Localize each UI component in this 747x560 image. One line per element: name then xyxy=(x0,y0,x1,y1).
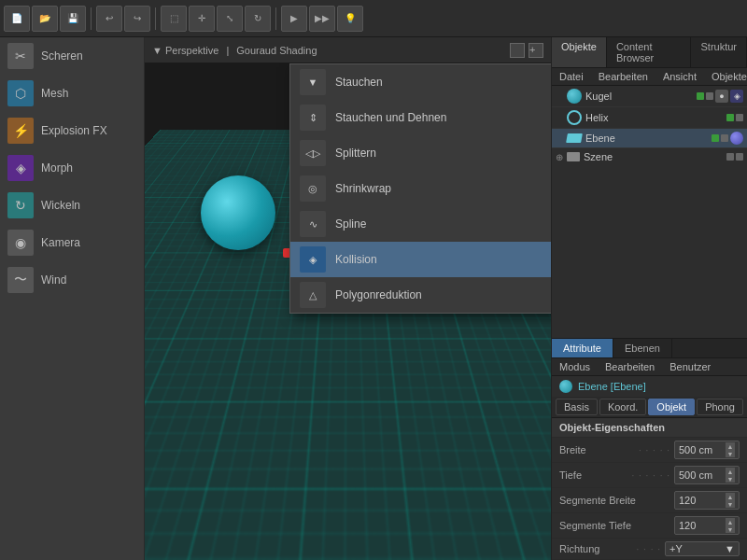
szene-icon xyxy=(567,152,580,161)
attr-value-seg-tiefe[interactable]: 120 ▲ ▼ xyxy=(674,516,740,535)
menu-datei[interactable]: Datei xyxy=(552,68,591,85)
obj-row-kugel[interactable]: Kugel ● ◈ xyxy=(552,86,747,107)
spinner-tiefe[interactable]: ▲ ▼ xyxy=(726,468,735,483)
sidebar-item-wind[interactable]: 〜 Wind xyxy=(0,261,144,299)
attr-row-seg-breite: Segmente Breite 120 ▲ ▼ xyxy=(552,488,747,513)
kugel-dot1 xyxy=(697,92,704,100)
morph-icon: ◈ xyxy=(7,155,34,181)
tb-render[interactable]: ▶ xyxy=(281,6,307,32)
attribute-subtabs: Basis Koord. Objekt Phong xyxy=(552,397,747,418)
ctx-label-spline: Spline xyxy=(335,217,366,231)
tb-save[interactable]: 💾 xyxy=(60,6,86,32)
ctx-spline[interactable]: ∿ Spline xyxy=(290,206,551,242)
sidebar-label-mesh: Mesh xyxy=(41,87,68,100)
splittern-icon: ◁▷ xyxy=(300,140,326,166)
helix-dot1 xyxy=(726,114,734,121)
spinner-down-breite[interactable]: ▼ xyxy=(726,450,735,457)
obj-row-helix[interactable]: Helix xyxy=(552,107,747,129)
left-sidebar: ✂ Scheren ⬡ Mesh ⚡ Explosion FX ◈ Morph … xyxy=(0,37,145,560)
polygonreduktion-icon: △ xyxy=(300,282,326,308)
ctx-label-shrinkwrap: Shrinkwrap xyxy=(335,182,391,195)
spinner-up-seg-breite[interactable]: ▲ xyxy=(726,493,735,500)
tab-objekte[interactable]: Objekte xyxy=(552,37,607,67)
sidebar-item-wickeln[interactable]: ↻ Wickeln xyxy=(0,187,144,224)
tab-struktur[interactable]: Struktur xyxy=(691,37,747,67)
sidebar-label-scheren: Scheren xyxy=(41,49,83,63)
ctx-polygonreduktion[interactable]: △ Polygonreduktion xyxy=(290,277,551,313)
ctx-shrinkwrap[interactable]: ◎ Shrinkwrap xyxy=(290,171,551,206)
spline-icon: ∿ xyxy=(300,211,326,237)
ctx-label-stauchen-dehnen: Stauchen und Dehnen xyxy=(335,111,446,124)
spinner-down-seg-tiefe[interactable]: ▼ xyxy=(726,525,735,533)
tb-move[interactable]: ✛ xyxy=(189,6,215,32)
tb-rotate[interactable]: ↻ xyxy=(245,6,271,32)
kugel-label: Kugel xyxy=(585,91,612,102)
ebene-dot2 xyxy=(721,134,728,142)
ctx-splittern[interactable]: ◁▷ Splittern xyxy=(290,135,551,171)
spinner-seg-breite[interactable]: ▲ ▼ xyxy=(726,493,735,508)
tb-renderall[interactable]: ▶▶ xyxy=(309,6,335,32)
toolbar: 📄 📂 💾 ↩ ↪ ⬚ ✛ ⤡ ↻ ▶ ▶▶ 💡 xyxy=(0,0,747,37)
viewport-btn2[interactable]: + xyxy=(529,43,543,58)
tb-scale[interactable]: ⤡ xyxy=(217,6,243,32)
menu-objekte[interactable]: Objekte xyxy=(704,68,747,85)
tab-attribute[interactable]: Attribute xyxy=(552,339,613,357)
spinner-up-seg-tiefe[interactable]: ▲ xyxy=(726,518,735,525)
attr-menu-modus[interactable]: Modus xyxy=(552,358,598,375)
viewport-cam: ▼ Perspektive xyxy=(152,45,218,56)
attr-dots-breite: · · · · · xyxy=(639,445,670,455)
attr-menu-benutzer[interactable]: Benutzer xyxy=(662,358,718,375)
ebene-status xyxy=(712,132,743,145)
attr-value-breite[interactable]: 500 cm ▲ ▼ xyxy=(674,441,740,459)
dropdown-arrow: ▼ xyxy=(725,543,735,554)
spinner-up-tiefe[interactable]: ▲ xyxy=(726,468,735,475)
subtab-phong[interactable]: Phong xyxy=(697,399,743,415)
menu-ansicht[interactable]: Ansicht xyxy=(655,68,704,85)
spinner-up-breite[interactable]: ▲ xyxy=(726,442,735,450)
attribute-tabs: Attribute Ebenen xyxy=(552,338,747,358)
obj-row-ebene[interactable]: Ebene xyxy=(552,129,747,148)
tb-select[interactable]: ⬚ xyxy=(161,6,187,32)
spinner-seg-tiefe[interactable]: ▲ ▼ xyxy=(726,518,735,533)
sidebar-item-explosion[interactable]: ⚡ Explosion FX xyxy=(0,112,144,149)
viewport-btn1[interactable] xyxy=(510,43,525,58)
ctx-stauchen-dehnen[interactable]: ⇕ Stauchen und Dehnen xyxy=(290,100,551,135)
menu-bearbeiten[interactable]: Bearbeiten xyxy=(591,68,655,85)
ctx-label-stauchen: Stauchen xyxy=(335,76,383,89)
tb-redo[interactable]: ↪ xyxy=(124,6,150,32)
subtab-objekt[interactable]: Objekt xyxy=(648,399,695,415)
tab-ebenen[interactable]: Ebenen xyxy=(613,339,672,357)
attr-value-tiefe[interactable]: 500 cm ▲ ▼ xyxy=(674,466,740,484)
ebene-label: Ebene xyxy=(585,133,615,144)
tab-content-browser[interactable]: Content Browser xyxy=(607,37,692,67)
sidebar-item-scheren[interactable]: ✂ Scheren xyxy=(0,37,144,75)
sidebar-item-mesh[interactable]: ⬡ Mesh xyxy=(0,75,144,112)
kamera-icon: ◉ xyxy=(7,230,34,256)
tb-sep1 xyxy=(91,7,92,30)
ctx-kollision[interactable]: ◈ Kollision ↖ xyxy=(290,242,551,277)
sidebar-item-kamera[interactable]: ◉ Kamera xyxy=(0,224,144,261)
sidebar-label-kamera: Kamera xyxy=(41,236,80,249)
right-panel-top-tabs: Objekte Content Browser Struktur xyxy=(552,37,747,68)
explosion-icon: ⚡ xyxy=(7,118,34,144)
sidebar-label-morph: Morph xyxy=(41,161,73,175)
tb-new[interactable]: 📄 xyxy=(4,6,30,32)
attr-obj-name: Ebene [Ebene] xyxy=(578,381,646,392)
spinner-breite[interactable]: ▲ ▼ xyxy=(726,442,735,457)
subtab-basis[interactable]: Basis xyxy=(556,399,598,415)
obj-row-szene[interactable]: ⊕ Szene xyxy=(552,148,747,165)
attr-value-seg-breite[interactable]: 120 ▲ ▼ xyxy=(674,491,740,510)
tb-open[interactable]: 📂 xyxy=(32,6,58,32)
viewport[interactable]: ▼ Perspektive | Gouraud Shading + ▼ Stau… xyxy=(145,37,551,560)
spinner-down-seg-breite[interactable]: ▼ xyxy=(726,500,735,508)
tb-undo[interactable]: ↩ xyxy=(96,6,122,32)
tb-light[interactable]: 💡 xyxy=(337,6,363,32)
attr-dropdown-richtung[interactable]: +Y ▼ xyxy=(665,541,740,556)
subtab-koord[interactable]: Koord. xyxy=(599,399,646,415)
sidebar-item-morph[interactable]: ◈ Morph xyxy=(0,149,144,187)
ctx-stauchen[interactable]: ▼ Stauchen xyxy=(290,64,551,100)
viewport-header: ▼ Perspektive | Gouraud Shading + xyxy=(145,37,551,63)
spinner-down-tiefe[interactable]: ▼ xyxy=(726,475,735,483)
helix-label: Helix xyxy=(585,112,608,123)
attr-menu-bearbeiten[interactable]: Bearbeiten xyxy=(598,358,662,375)
